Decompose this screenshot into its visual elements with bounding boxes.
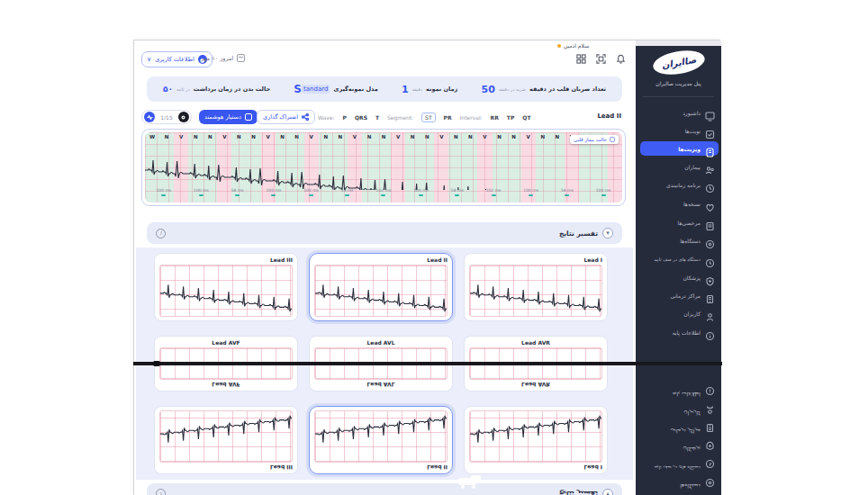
- stat-value: 50: [481, 84, 494, 95]
- lead-card-lead-i[interactable]: Lead I: [464, 253, 608, 321]
- doctors-icon: [705, 273, 715, 283]
- sidebar-item-pending-devices[interactable]: دستگاه های در صف تایید: [640, 461, 719, 475]
- greeting: سلام ادمین: [557, 42, 629, 49]
- share-icon: [302, 113, 309, 121]
- page: ∨ اطلاعات کاربری ● امروز ۱۰ مهر سلام ادم…: [0, 0, 868, 495]
- interval-ms-labels: 100 ms100 ms58 ms100 ms100 ms54 ms102 ms…: [145, 188, 622, 196]
- stat-sampling-model: مدل نمونه‌گیری S tandard: [294, 83, 377, 95]
- sidebar-item-base-info[interactable]: اطلاعات پایه: [640, 388, 719, 402]
- glitch-divider-line: [133, 362, 722, 365]
- sidebar-item-patients[interactable]: بیماران: [640, 159, 719, 174]
- sidebar-item-leaves[interactable]: مرخصی‌ها: [640, 215, 719, 230]
- theme-toggle-icon[interactable]: [178, 112, 189, 122]
- lead-card-lead-iii[interactable]: Lead III: [154, 253, 298, 321]
- sidebar-item-dashboard[interactable]: داشبورد: [640, 105, 719, 120]
- stat-label: مدل نمونه‌گیری: [333, 86, 377, 93]
- smart-assistant-button[interactable]: دستیار هوشمند: [199, 110, 258, 124]
- users-icon: [705, 309, 715, 319]
- results-title: تفسیر نتایج: [559, 230, 598, 238]
- sidebar-item-clinics[interactable]: مراکز درمانی: [640, 288, 719, 302]
- lead-card-lead-avf[interactable]: Lead AVF: [154, 336, 298, 364]
- info-icon[interactable]: i: [156, 490, 166, 495]
- sidebar-item-doctors[interactable]: پزشکان: [640, 270, 719, 284]
- clinics-icon: [705, 428, 715, 437]
- interval-item-qt: QT: [522, 114, 530, 121]
- segment-chip-st[interactable]: ST: [421, 112, 435, 122]
- sidebar-item-devices[interactable]: دستگاه‌ها: [640, 233, 719, 248]
- date-label: امروز ۱۰ مهر: [201, 55, 233, 62]
- info-icon[interactable]: i: [156, 229, 166, 238]
- leaves-icon: [705, 218, 715, 228]
- lead-card-lead-avf[interactable]: Lead AVF: [154, 364, 298, 392]
- calendar-icon: [237, 54, 245, 62]
- lead-card-lead-avr[interactable]: Lead AVR: [464, 364, 608, 392]
- top-icon-row: [575, 53, 627, 65]
- results-header: ▾ تفسیر نتایج i: [147, 483, 622, 495]
- sidebar-item-devices[interactable]: دستگاه‌ها: [640, 480, 719, 494]
- lead-card-lead-avr[interactable]: Lead AVR: [464, 336, 608, 364]
- appointments-icon: [705, 126, 715, 136]
- lead-card-lead-avl[interactable]: Lead AVL: [309, 364, 453, 392]
- wave-legend: Wave: P QRS T Segment: ST PR Interval: R…: [318, 112, 531, 122]
- sidebar-item-pending-devices[interactable]: دستگاه های در صف تایید: [640, 252, 719, 266]
- users-icon: [705, 410, 715, 419]
- sidebar-item-users[interactable]: کاربران: [640, 306, 719, 320]
- sidebar-item-schedule[interactable]: برنامه زمانبندی: [640, 177, 719, 192]
- app-window: ∨ اطلاعات کاربری ● امروز ۱۰ مهر سلام ادم…: [133, 40, 720, 495]
- lead-card-label: Lead AVL: [314, 339, 448, 346]
- sidebar-item-clinics[interactable]: مراکز درمانی: [640, 425, 719, 439]
- segment-label: Segment:: [387, 114, 413, 121]
- lead-chart: [159, 410, 293, 463]
- lead-chart: [314, 364, 448, 380]
- brand-logo-text: صاایران: [660, 55, 696, 71]
- main-ecg-strip[interactable]: WNVNNVNNVNNVNNVNNVNNVNNVNNVNNVNNV 100 ms…: [141, 129, 626, 206]
- wave-label: Wave:: [318, 114, 335, 121]
- stat-label: تعداد ضربان قلب در دقیقه: [529, 86, 606, 93]
- scan-icon[interactable]: [595, 53, 607, 65]
- interval-item-rr: RR: [491, 114, 499, 121]
- stat-value: ۵۰: [163, 85, 173, 94]
- lead-card-lead-i[interactable]: Lead I: [464, 406, 608, 474]
- lead-card-label: Lead AVR: [469, 339, 602, 346]
- stat-value: S tandard: [294, 83, 330, 95]
- lead-chart: [314, 410, 448, 463]
- sidebar-item-base-info[interactable]: اطلاعات پایه: [640, 325, 719, 339]
- qr-grid-icon[interactable]: [575, 53, 587, 65]
- sidebar-item-prescriptions[interactable]: نسخه‌ها: [640, 196, 719, 211]
- clinics-icon: [705, 291, 715, 301]
- sidebar-item-visits[interactable]: ویزیت‌ها: [640, 141, 719, 156]
- bell-icon[interactable]: [615, 53, 627, 65]
- main-content: ∨ اطلاعات کاربری ● امروز ۱۰ مهر سلام ادم…: [134, 40, 636, 364]
- strip-toolbar: 1/15 دستیار هوشمند اشتراک گذاری Wav: [141, 109, 628, 127]
- pulse-toggle-icon[interactable]: [144, 112, 155, 122]
- lead-card-lead-iii[interactable]: Lead III: [154, 406, 298, 474]
- normal-render-region: ∨ اطلاعات کاربری ● امروز ۱۰ مهر سلام ادم…: [134, 40, 721, 364]
- dashboard-icon: [705, 108, 715, 118]
- collapse-chevron-icon[interactable]: ▾: [602, 228, 613, 238]
- lead-card-lead-ii-selected[interactable]: Lead II: [309, 253, 453, 321]
- wave-item-qrs: QRS: [355, 114, 367, 121]
- lead-card-lead-avl[interactable]: Lead AVL: [309, 336, 453, 364]
- stat-unit: در ثانیه: [176, 86, 190, 92]
- stats-bar: تعداد ضربان قلب در دقیقه ضربه در دقیقه 5…: [147, 76, 622, 102]
- prescriptions-icon: [705, 199, 715, 209]
- sidebar-item-doctors[interactable]: پزشکان: [640, 443, 719, 457]
- stat-unit: دقیقه: [412, 86, 422, 92]
- sidebar-item-users[interactable]: کاربران: [640, 407, 719, 421]
- base-info-icon: [705, 328, 715, 338]
- lead-chart: [469, 265, 602, 317]
- lead-card-lead-ii-selected[interactable]: Lead II: [309, 406, 453, 474]
- greeting-label: سلام ادمین: [564, 42, 589, 49]
- interval-item-tp: TP: [507, 114, 515, 121]
- sidebar-item-appointments[interactable]: نوبت‌ها: [640, 123, 719, 138]
- lead-card-label: Lead I: [469, 256, 602, 263]
- share-button[interactable]: اشتراک گذاری: [257, 110, 315, 124]
- assistant-icon: [245, 113, 252, 121]
- collapse-chevron-icon[interactable]: ▾: [602, 489, 613, 495]
- lead-card-label: Lead II: [314, 464, 448, 471]
- devices-icon: [705, 236, 715, 246]
- scale-toggle[interactable]: 1/15: [141, 110, 192, 124]
- stat-heart-rate: تعداد ضربان قلب در دقیقه ضربه در دقیقه 5…: [481, 84, 606, 95]
- doctors-icon: [705, 446, 715, 455]
- wave-item-p: P: [343, 114, 347, 121]
